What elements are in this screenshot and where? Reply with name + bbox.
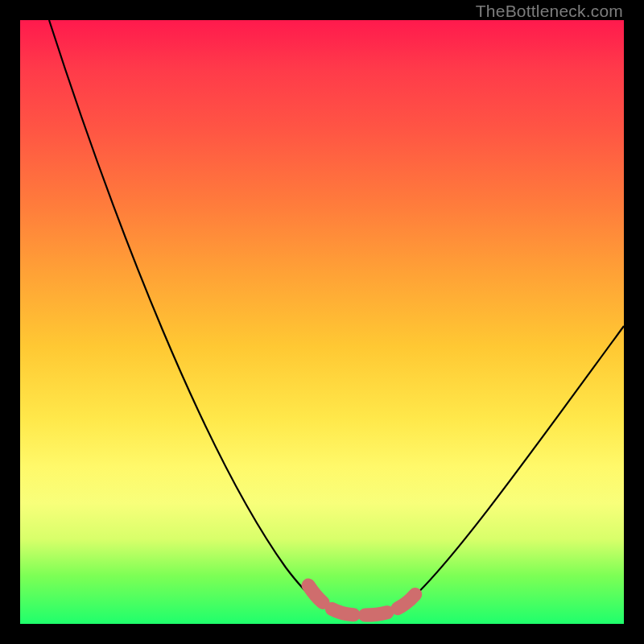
bottleneck-floor-marker-path	[308, 585, 416, 615]
bottleneck-curve-path	[49, 20, 624, 615]
bottleneck-chart-svg	[20, 20, 624, 624]
gradient-plot-area	[20, 20, 624, 624]
watermark-text: TheBottleneck.com	[476, 2, 623, 21]
chart-frame: TheBottleneck.com	[0, 0, 644, 644]
